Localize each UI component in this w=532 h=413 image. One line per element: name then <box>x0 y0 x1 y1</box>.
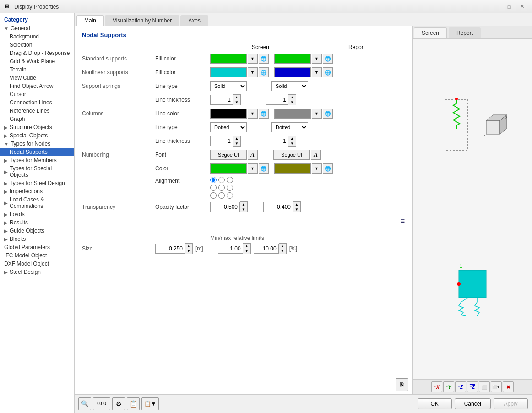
springs-report-linetype-select[interactable]: Solid <box>271 81 308 91</box>
min-up[interactable]: ▲ <box>243 244 250 249</box>
sidebar-item-cursor[interactable]: Cursor <box>0 90 74 98</box>
min-limit-input[interactable] <box>218 244 243 254</box>
trans-report-down[interactable]: ▼ <box>293 207 300 212</box>
align-bc[interactable] <box>218 192 225 199</box>
nonlinear-report-dropdown[interactable]: ▼ <box>312 67 322 77</box>
align-tc[interactable] <box>218 177 225 183</box>
preview-tab-report[interactable]: Report <box>449 27 481 38</box>
trans-screen-up[interactable]: ▲ <box>240 202 247 207</box>
numbering-screen-color-dropdown[interactable]: ▼ <box>248 163 258 174</box>
ok-button[interactable]: OK <box>418 398 452 409</box>
align-tl[interactable] <box>210 177 217 183</box>
sidebar-item-guideobjects[interactable]: ▶ Guide Objects <box>0 227 74 235</box>
align-mr[interactable] <box>227 185 233 191</box>
max-limit-input[interactable] <box>254 244 279 254</box>
sidebar-item-results[interactable]: ▶ Results <box>0 218 74 227</box>
sidebar-item-viewcube[interactable]: View Cube <box>0 74 74 82</box>
standard-screen-color-swatch[interactable] <box>210 54 247 64</box>
min-down[interactable]: ▼ <box>243 249 250 254</box>
sidebar-item-typesnodes[interactable]: ▼ Types for Nodes <box>0 140 74 148</box>
col-screen-up[interactable]: ▲ <box>233 136 240 141</box>
sidebar-item-selection[interactable]: Selection <box>0 41 74 49</box>
columns-report-color-swatch[interactable] <box>274 109 311 119</box>
nonlinear-screen-color-swatch[interactable] <box>210 67 247 77</box>
numbering-screen-color-globe[interactable]: 🌐 <box>259 163 269 174</box>
sidebar-item-blocks[interactable]: ▶ Blocks <box>0 235 74 243</box>
view-x-btn[interactable]: ↑X <box>431 381 442 392</box>
size-input[interactable] <box>155 244 185 254</box>
view-y-btn[interactable]: ↑Y <box>443 381 454 392</box>
align-ml[interactable] <box>210 185 217 191</box>
align-mc[interactable] <box>218 185 225 191</box>
preview-tab-screen[interactable]: Screen <box>414 27 447 38</box>
sidebar-item-connectionlines[interactable]: Connection Lines <box>0 98 74 107</box>
sidebar-item-dxf[interactable]: DXF Model Object <box>0 260 74 268</box>
sidebar-item-typessteel[interactable]: ▶ Types for Steel Design <box>0 179 74 187</box>
sidebar-item-graph[interactable]: Graph <box>0 115 74 123</box>
springs-report-down-btn[interactable]: ▼ <box>288 100 296 105</box>
view-z2-btn[interactable]: ↑Z <box>467 381 478 392</box>
trans-screen-down[interactable]: ▼ <box>240 207 247 212</box>
coord-btn[interactable]: 0.00 <box>93 397 110 410</box>
nonlinear-report-color-swatch[interactable] <box>274 67 311 77</box>
align-tr[interactable] <box>227 177 233 183</box>
columns-report-thickness-input[interactable] <box>266 136 288 146</box>
sidebar-item-general[interactable]: ▼ General <box>0 24 74 33</box>
sidebar-item-dragdrop[interactable]: Drag & Drop - Response <box>0 49 74 57</box>
copy-btn[interactable]: ⎘ <box>396 378 408 391</box>
align-bl[interactable] <box>210 192 217 199</box>
tab-main[interactable]: Main <box>76 15 104 26</box>
tool4-btn[interactable]: 📋 <box>127 397 140 410</box>
align-br[interactable] <box>227 192 233 199</box>
view-reset-btn[interactable]: ✖ <box>503 381 514 392</box>
columns-screen-color-swatch[interactable] <box>210 109 247 119</box>
numbering-screen-color-swatch[interactable] <box>210 163 247 174</box>
columns-screen-linetype-select[interactable]: Dotted <box>210 122 247 132</box>
col-report-up[interactable]: ▲ <box>288 136 296 141</box>
cancel-button[interactable]: Cancel <box>455 398 491 409</box>
springs-report-up-btn[interactable]: ▲ <box>288 95 296 100</box>
springs-screen-linetype-select[interactable]: Solid <box>210 81 247 91</box>
minimize-button[interactable]: ─ <box>490 2 502 11</box>
columns-screen-dropdown[interactable]: ▼ <box>248 109 258 119</box>
sidebar-item-background[interactable]: Background <box>0 33 74 41</box>
columns-report-dropdown[interactable]: ▼ <box>312 109 322 119</box>
max-down[interactable]: ▼ <box>279 249 286 254</box>
numbering-screen-font-btn[interactable]: Segoe UI <box>210 150 247 160</box>
apply-button[interactable]: Apply <box>494 398 528 409</box>
close-button[interactable]: ✕ <box>516 2 528 11</box>
nonlinear-screen-dropdown[interactable]: ▼ <box>248 67 258 77</box>
sidebar-item-grid[interactable]: Grid & Work Plane <box>0 57 74 65</box>
springs-screen-thickness-input[interactable] <box>210 95 233 105</box>
sidebar-item-loads[interactable]: ▶ Loads <box>0 210 74 218</box>
columns-report-linetype-select[interactable]: Dotted <box>271 122 308 132</box>
view-z-btn[interactable]: ↑Z <box>455 381 466 392</box>
columns-screen-globe[interactable]: 🌐 <box>259 109 269 119</box>
nonlinear-screen-globe[interactable]: 🌐 <box>259 67 269 77</box>
view-box1-btn[interactable]: ⬜ <box>479 381 490 392</box>
tab-visualization[interactable]: Visualization by Number <box>105 15 179 26</box>
col-screen-down[interactable]: ▼ <box>233 141 240 146</box>
standard-screen-color-globe[interactable]: 🌐 <box>259 54 269 64</box>
numbering-report-color-dropdown[interactable]: ▼ <box>312 163 322 174</box>
tool5-btn[interactable]: 📋▼ <box>141 397 159 410</box>
columns-report-globe[interactable]: 🌐 <box>323 109 333 119</box>
sidebar-item-steeldesign[interactable]: ▶ Steel Design <box>0 268 74 276</box>
view-box2-btn[interactable]: ⬜▼ <box>491 381 502 392</box>
sidebar-item-reflines[interactable]: Reference Lines <box>0 107 74 115</box>
sidebar-item-findobject[interactable]: Find Object Arrow <box>0 82 74 90</box>
sidebar-item-special[interactable]: ▶ Special Objects <box>0 131 74 140</box>
numbering-report-font-btn[interactable]: Segoe UI <box>273 150 310 160</box>
max-up[interactable]: ▲ <box>279 244 286 249</box>
sidebar-item-typesspecial[interactable]: ▶ Types for Special Objects <box>0 164 74 179</box>
springs-screen-up-btn[interactable]: ▲ <box>233 95 240 100</box>
numbering-screen-font-icon[interactable]: A <box>248 150 258 160</box>
sidebar-item-imperfections[interactable]: ▶ Imperfections <box>0 187 74 196</box>
springs-screen-down-btn[interactable]: ▼ <box>233 100 240 105</box>
transparency-report-input[interactable] <box>263 202 293 212</box>
tab-axes[interactable]: Axes <box>180 15 208 26</box>
size-down[interactable]: ▼ <box>185 249 192 254</box>
search-btn[interactable]: 🔍 <box>78 397 91 410</box>
sidebar-item-typesmembers[interactable]: ▶ Types for Members <box>0 156 74 164</box>
springs-report-thickness-input[interactable] <box>266 95 288 105</box>
